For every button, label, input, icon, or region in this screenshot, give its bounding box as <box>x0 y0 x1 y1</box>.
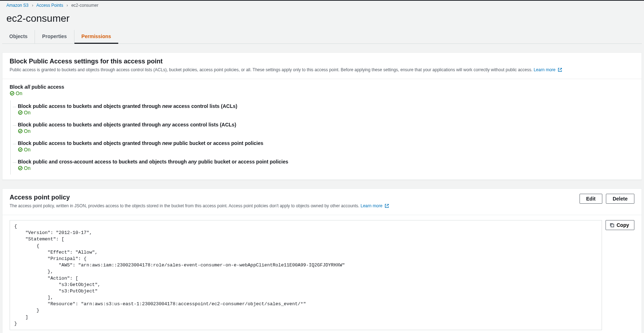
bpa-item-title: Block public access to buckets and objec… <box>18 103 237 109</box>
panel-body: { "Version": "2012-10-17", "Statement": … <box>2 215 642 333</box>
check-circle-icon <box>18 129 23 134</box>
panel-header: Access point policy The access point pol… <box>2 189 642 215</box>
panel-description: The access point policy, written in JSON… <box>10 203 389 210</box>
policy-wrap: { "Version": "2012-10-17", "Statement": … <box>10 220 634 330</box>
panel-body: Block all public access On Block public … <box>2 79 642 179</box>
status-badge: On <box>18 147 31 152</box>
svg-rect-5 <box>611 224 614 227</box>
bpa-item-title: Block public access to buckets and objec… <box>18 122 236 128</box>
policy-json-code[interactable]: { "Version": "2012-10-17", "Statement": … <box>10 220 602 330</box>
external-link-icon <box>558 67 562 74</box>
chevron-right-icon: › <box>32 3 33 8</box>
status-badge: On <box>18 110 31 115</box>
breadcrumb-link-access-points[interactable]: Access Points <box>36 3 63 8</box>
bpa-item: Block public access to buckets and objec… <box>13 137 634 156</box>
bpa-item-title: Block public access to buckets and objec… <box>18 140 263 146</box>
page-title: ec2-consumer <box>6 13 638 24</box>
check-circle-icon <box>18 147 23 152</box>
bpa-item: Block public and cross-account access to… <box>13 156 634 175</box>
access-point-policy-panel: Access point policy The access point pol… <box>2 188 642 333</box>
panel-description: Public access is granted to buckets and … <box>10 67 562 74</box>
tab-objects[interactable]: Objects <box>2 30 35 43</box>
tab-bar: Objects Properties Permissions <box>2 30 642 44</box>
bpa-item-title: Block public and cross-account access to… <box>18 159 288 165</box>
bpa-root-setting: Block all public access On <box>10 84 634 97</box>
bpa-tree: Block public access to buckets and objec… <box>10 100 634 175</box>
chevron-right-icon: › <box>67 3 68 8</box>
check-circle-icon <box>10 91 15 96</box>
panel-heading: Access point policy <box>10 194 389 201</box>
edit-button[interactable]: Edit <box>580 194 602 204</box>
delete-button[interactable]: Delete <box>606 194 634 204</box>
tab-permissions[interactable]: Permissions <box>74 30 118 44</box>
panel-header-text: Block Public Access settings for this ac… <box>10 58 562 74</box>
status-badge: On <box>10 90 22 96</box>
copy-button[interactable]: Copy <box>606 220 634 230</box>
bpa-item: Block public access to buckets and objec… <box>13 100 634 119</box>
bpa-root-title: Block all public access <box>10 84 64 90</box>
panel-heading: Block Public Access settings for this ac… <box>10 58 562 65</box>
panel-header-text: Access point policy The access point pol… <box>10 194 389 210</box>
status-badge: On <box>18 128 31 134</box>
check-circle-icon <box>18 110 23 115</box>
learn-more-link[interactable]: Learn more <box>534 67 562 72</box>
tab-properties[interactable]: Properties <box>35 30 74 43</box>
bpa-item: Block public access to buckets and objec… <box>13 119 634 137</box>
breadcrumb-link-amazon-s3[interactable]: Amazon S3 <box>6 3 28 8</box>
panel-header: Block Public Access settings for this ac… <box>2 53 642 79</box>
breadcrumb: Amazon S3 › Access Points › ec2-consumer <box>0 1 644 10</box>
learn-more-link[interactable]: Learn more <box>360 203 389 208</box>
status-badge: On <box>18 165 31 171</box>
block-public-access-panel: Block Public Access settings for this ac… <box>2 52 642 180</box>
external-link-icon <box>385 203 389 210</box>
copy-icon <box>609 223 614 228</box>
breadcrumb-current: ec2-consumer <box>71 3 98 8</box>
panel-actions: Edit Delete <box>580 194 634 204</box>
check-circle-icon <box>18 166 23 171</box>
